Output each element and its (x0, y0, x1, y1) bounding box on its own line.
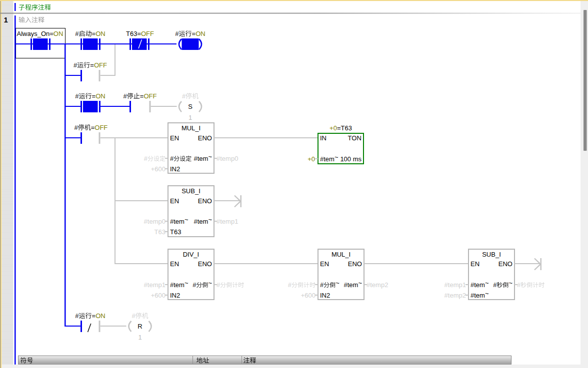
svg-text:ON: ON (196, 30, 206, 37)
svg-text:1: 1 (138, 334, 142, 341)
svg-text:=: = (140, 92, 144, 100)
svg-text:#tem: #tem (320, 155, 334, 163)
svg-text:#: # (216, 281, 220, 289)
svg-text:IN2: IN2 (320, 292, 330, 299)
svg-text:~: ~ (336, 279, 340, 287)
svg-text:~: ~ (184, 279, 188, 287)
svg-text:+600: +600 (151, 165, 166, 173)
svg-text:ENO: ENO (198, 134, 212, 142)
svg-text:#temp2: #temp2 (366, 281, 388, 289)
svg-text:ON: ON (96, 30, 106, 37)
svg-text:T63: T63 (170, 228, 181, 236)
svg-text:=: = (92, 30, 96, 37)
svg-text:#tem: #tem (470, 292, 485, 299)
svg-text:ON: ON (96, 312, 106, 320)
svg-text:+600: +600 (151, 292, 166, 299)
svg-text:Always_On=: Always_On= (17, 30, 54, 37)
svg-text:~: ~ (358, 279, 362, 287)
svg-text:~: ~ (485, 279, 489, 287)
svg-text:~: ~ (485, 290, 489, 297)
svg-text:#temp0: #temp0 (144, 218, 166, 225)
svg-text:#: # (75, 312, 79, 320)
svg-text:100 ms: 100 ms (340, 155, 362, 163)
svg-text:#temp0: #temp0 (216, 155, 238, 162)
svg-text:#: # (170, 155, 174, 162)
svg-text:ENO: ENO (498, 260, 512, 268)
svg-text:=: = (92, 92, 96, 100)
svg-text:MUL_I: MUL_I (182, 124, 200, 132)
svg-text:#: # (124, 92, 128, 100)
svg-text:ENO: ENO (348, 260, 362, 268)
svg-text:ENO: ENO (198, 260, 212, 268)
svg-text:#tem: #tem (170, 218, 184, 225)
svg-text:#: # (320, 281, 324, 289)
svg-text:EN: EN (170, 260, 179, 268)
svg-text:#: # (288, 281, 292, 289)
svg-text:OFF: OFF (144, 92, 156, 100)
svg-text:#tem: #tem (194, 218, 208, 225)
svg-text:T63=: T63= (126, 30, 141, 37)
svg-text:~: ~ (208, 279, 212, 287)
svg-text:#tem: #tem (470, 281, 485, 289)
svg-text:~: ~ (208, 216, 212, 223)
svg-text:ON: ON (96, 92, 106, 100)
svg-text:#: # (144, 155, 148, 162)
svg-text:1: 1 (4, 15, 8, 24)
svg-text:#tem: #tem (344, 281, 358, 289)
svg-text:#: # (75, 30, 79, 37)
svg-text:IN: IN (320, 134, 326, 142)
svg-text:~: ~ (334, 153, 338, 161)
svg-text:+600: +600 (301, 292, 316, 299)
svg-text:EN: EN (320, 260, 329, 268)
svg-text:=T63: =T63 (337, 124, 352, 132)
svg-text:SUB_I: SUB_I (182, 187, 200, 195)
svg-text:#: # (192, 281, 196, 289)
svg-text:+0: +0 (308, 155, 315, 163)
svg-text:EN: EN (170, 197, 179, 205)
svg-text:=: = (91, 124, 95, 131)
svg-text:#: # (132, 312, 136, 320)
svg-text:~: ~ (184, 216, 188, 223)
svg-text:#: # (74, 61, 78, 69)
svg-text:~: ~ (508, 279, 512, 287)
svg-text:#: # (175, 30, 179, 37)
svg-text:#temp1: #temp1 (144, 281, 166, 289)
svg-text:IN2: IN2 (170, 292, 180, 299)
svg-text:MUL_I: MUL_I (332, 251, 350, 258)
svg-text:1: 1 (188, 114, 192, 121)
svg-text:=: = (192, 30, 196, 37)
svg-text:#tem: #tem (194, 155, 208, 162)
svg-text:DIV_I: DIV_I (183, 251, 200, 258)
svg-text:OFF: OFF (94, 61, 107, 69)
svg-text:=: = (90, 61, 94, 69)
svg-text:S: S (188, 103, 192, 110)
svg-text:=: = (92, 312, 96, 320)
svg-text:EN: EN (470, 260, 480, 268)
svg-text:#temp1: #temp1 (444, 281, 466, 289)
svg-text:OFF: OFF (94, 124, 108, 131)
svg-text:T63: T63 (154, 228, 166, 236)
svg-text:#: # (517, 281, 521, 289)
svg-text:+0: +0 (330, 124, 337, 132)
svg-text:#tem: #tem (170, 281, 184, 289)
svg-text:ON: ON (54, 30, 64, 37)
svg-text:#: # (182, 92, 186, 100)
svg-text:TON: TON (348, 134, 362, 142)
svg-text:SUB_I: SUB_I (482, 251, 501, 258)
svg-text:R: R (138, 323, 142, 330)
svg-text:#: # (75, 92, 79, 100)
svg-text:#temp2: #temp2 (444, 292, 466, 299)
svg-text:EN: EN (170, 134, 179, 142)
svg-text:#: # (74, 124, 78, 131)
svg-text:~: ~ (208, 153, 212, 160)
svg-text:OFF: OFF (141, 30, 154, 37)
svg-text:#: # (493, 281, 497, 289)
svg-text:ENO: ENO (198, 197, 212, 205)
svg-text:IN2: IN2 (170, 165, 180, 173)
svg-text:#temp1: #temp1 (216, 218, 238, 225)
